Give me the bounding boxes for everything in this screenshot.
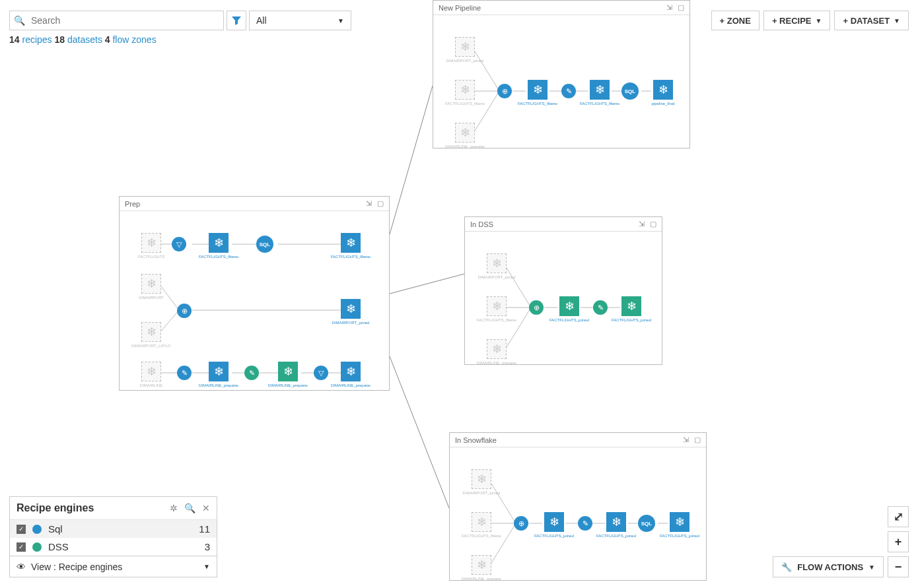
maximize-icon[interactable]: ▢	[694, 436, 701, 444]
zone-prep[interactable]: Prep ⇲▢ ❄FACTFLIGHTS ▽ ❄FACTFLIGHTS_filt…	[119, 196, 390, 391]
zone-new-pipeline[interactable]: New Pipeline ⇲▢ ❄DIMAIRPORT_joined ❄FACT…	[433, 0, 690, 148]
engine-label: Sql	[48, 523, 63, 535]
recipe-prepare[interactable]: ✎	[555, 84, 582, 98]
recipe-sql[interactable]: SQL	[617, 82, 643, 100]
zone-in-dss[interactable]: In DSS ⇲▢ ❄DIMAIRPORT_joined ❄FACTFLIGHT…	[464, 216, 662, 365]
dataset-ref[interactable]: ❄DIMAIRPORT_joined	[477, 253, 516, 280]
recipe-join[interactable]: ⊕	[508, 516, 534, 531]
search-icon: 🔍	[10, 15, 28, 26]
caret-down-icon: ▼	[868, 564, 875, 571]
eye-icon: 👁	[17, 562, 26, 572]
recipe-filter[interactable]: ▽	[308, 366, 334, 380]
view-label: View : Recipe engines	[31, 562, 122, 572]
dataset-node[interactable]: ❄DIMAIRPORT_joined	[331, 299, 371, 325]
collapse-icon[interactable]: ⇲	[666, 3, 672, 12]
funnel-icon	[231, 15, 242, 26]
view-selector[interactable]: 👁 View : Recipe engines ▼	[9, 556, 217, 577]
dataset-node[interactable]: ❄FACTFLIGHTS_joined	[549, 296, 589, 323]
zone-in-snowflake[interactable]: In Snowflake ⇲▢ ❄DIMAIRPORT_joined ❄FACT…	[449, 432, 707, 581]
dataset-node[interactable]: ❄FACTFLIGHTS_filtered_joined	[518, 80, 557, 106]
recipe-join[interactable]: ⊕	[171, 304, 197, 318]
dataset-node[interactable]: ❄DIMAIRLINE_prepared_prepared	[268, 362, 308, 388]
recipe-sql[interactable]: SQL	[633, 515, 660, 532]
search-icon[interactable]: 🔍	[184, 503, 195, 513]
zoom-out-button[interactable]: −	[888, 556, 909, 577]
dataset-node[interactable]: ❄FACTFLIGHTS_filtered_by_region	[331, 233, 371, 259]
dataset-ref[interactable]: ❄FACTFLIGHTS_filtered_by_region	[477, 296, 516, 323]
dataset-node[interactable]: ❄FACTFLIGHTS_joined_SQL	[534, 512, 574, 539]
caret-down-icon: ▼	[203, 563, 210, 570]
recipe-engines-panel: Recipe engines ✲ 🔍 ✕ ✓ Sql 11 ✓ DSS 3	[9, 496, 217, 556]
caret-down-icon: ▼	[816, 17, 822, 24]
engine-count: 11	[199, 523, 210, 535]
dataset-node[interactable]: ❄DIMAIRLINE	[131, 362, 171, 388]
collapse-icon[interactable]: ⇲	[639, 220, 645, 228]
dataset-ref[interactable]: ❄DIMAIRLINE_prepared_filtered	[445, 123, 485, 149]
dataset-node[interactable]: ❄FACTFLIGHTS_joined_SQL_prepared	[596, 512, 636, 539]
engine-row-sql[interactable]: ✓ Sql 11	[10, 520, 217, 538]
dataset-ref[interactable]: ❄FACTFLIGHTS_filtered_by_region	[445, 80, 485, 106]
loading-icon: ✲	[170, 503, 178, 513]
dataset-node[interactable]: ❄FACTFLIGHTS_joined_SQL_final	[660, 512, 699, 539]
dataset-ref[interactable]: ❄DIMAIRPORT_joined	[462, 469, 501, 496]
zone-title: In Snowflake	[455, 436, 497, 444]
svg-line-1	[390, 274, 464, 294]
filter-button[interactable]	[227, 11, 246, 30]
recipe-prepare[interactable]: ✎	[572, 516, 598, 531]
recipe-prepare[interactable]: ✎	[587, 300, 614, 315]
search-container: 🔍	[9, 11, 224, 30]
wrench-icon: 🔧	[781, 562, 792, 572]
recipe-join[interactable]: ⊕	[523, 300, 549, 315]
add-recipe-button[interactable]: + RECIPE▼	[763, 11, 831, 30]
collapse-icon[interactable]: ⇲	[683, 436, 689, 444]
search-input[interactable]	[28, 15, 223, 26]
add-zone-button[interactable]: + ZONE	[711, 11, 759, 30]
dataset-node[interactable]: ❄FACTFLIGHTS_joined_filtered_Prepared	[612, 296, 651, 323]
checkbox-icon[interactable]: ✓	[17, 525, 26, 534]
add-dataset-button[interactable]: + DATASET▼	[834, 11, 909, 30]
zone-title: In DSS	[470, 220, 493, 228]
fullscreen-button[interactable]: ⤢	[888, 506, 909, 527]
dataset-ref[interactable]: ❄FACTFLIGHTS_filtered_by_region	[462, 512, 501, 539]
zoom-in-button[interactable]: +	[888, 531, 909, 552]
recipe-sql[interactable]: SQL	[252, 236, 278, 253]
maximize-icon[interactable]: ▢	[678, 3, 684, 12]
engine-label: DSS	[48, 541, 69, 552]
maximize-icon[interactable]: ▢	[650, 220, 656, 228]
svg-line-0	[390, 86, 433, 234]
recipe-prepare[interactable]: ✎	[171, 366, 197, 380]
flow-actions-button[interactable]: 🔧 FLOW ACTIONS ▼	[773, 556, 884, 577]
zone-title: New Pipeline	[439, 4, 481, 12]
recipe-join[interactable]: ⊕	[491, 84, 518, 98]
dataset-node[interactable]: ❄DIMAIRLINE_prepared_filtered	[331, 362, 371, 388]
dataset-node[interactable]: ❄DIMAIRPORT	[131, 274, 171, 300]
zone-title: Prep	[125, 200, 140, 208]
filter-selected-label: All	[256, 15, 267, 26]
dataset-ref[interactable]: ❄DIMAIRLINE_prepared_filtered	[462, 555, 501, 581]
recipe-prepare[interactable]: ✎	[238, 366, 265, 380]
dataset-node[interactable]: ❄FACTFLIGHTS_filtered_joined_prepared	[580, 80, 619, 106]
dataset-node[interactable]: ❄DIMAIRPORT_LATLON	[131, 322, 171, 348]
collapse-icon[interactable]: ⇲	[366, 199, 372, 208]
panel-title: Recipe engines	[17, 502, 94, 514]
filter-select[interactable]: All ▼	[249, 11, 351, 30]
close-icon[interactable]: ✕	[202, 503, 210, 513]
engine-dot	[32, 542, 42, 552]
dataset-ref[interactable]: ❄DIMAIRLINE_prepared_filtered	[477, 339, 516, 366]
dataset-node[interactable]: ❄DIMAIRLINE_prepared	[199, 362, 238, 388]
engine-row-dss[interactable]: ✓ DSS 3	[10, 538, 217, 556]
checkbox-icon[interactable]: ✓	[17, 542, 26, 552]
dataset-ref[interactable]: ❄DIMAIRPORT_joined	[445, 37, 485, 63]
svg-line-2	[390, 356, 449, 508]
recipe-filter[interactable]: ▽	[166, 237, 192, 251]
engine-dot	[32, 525, 42, 534]
dataset-node[interactable]: ❄FACTFLIGHTS	[131, 233, 171, 259]
engine-count: 3	[205, 541, 210, 552]
flow-counts: 14 recipes 18 datasets 4 flow zones	[9, 34, 157, 45]
dataset-node[interactable]: ❄pipeline_final	[643, 80, 683, 106]
maximize-icon[interactable]: ▢	[377, 199, 384, 208]
caret-down-icon: ▼	[894, 17, 900, 24]
dataset-node[interactable]: ❄FACTFLIGHTS_filtered	[199, 233, 238, 259]
caret-down-icon: ▼	[337, 17, 344, 24]
